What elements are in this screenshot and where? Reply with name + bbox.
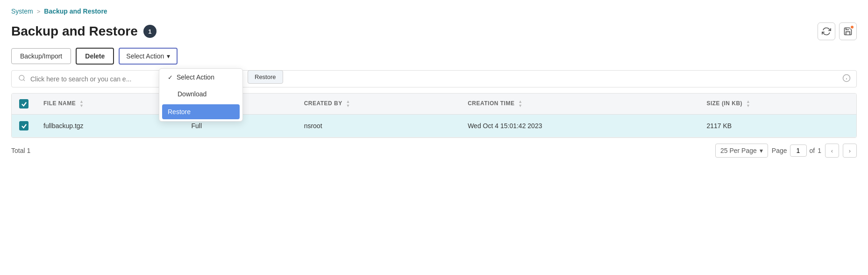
table-row[interactable]: fullbackup.tgz Full nsroot Wed Oct 4 15:… xyxy=(12,115,856,138)
checkmark-icon: ✓ xyxy=(168,74,173,81)
breadcrumb-current: Backup and Restore xyxy=(44,7,107,15)
page-label: Page xyxy=(772,147,787,154)
search-bar xyxy=(11,70,857,87)
page-title: Backup and Restore xyxy=(11,24,138,39)
svg-line-1 xyxy=(23,80,25,81)
header-creation-time[interactable]: CREATION TIME ▲▼ xyxy=(460,94,699,115)
check-icon xyxy=(21,101,27,107)
page-input-row: Page of 1 xyxy=(772,145,821,157)
per-page-select[interactable]: 25 Per Page ▾ xyxy=(715,144,768,158)
dropdown-menu: ✓ Select Action Download Restore xyxy=(159,68,243,122)
breadcrumb: System > Backup and Restore xyxy=(0,0,868,19)
info-icon xyxy=(842,74,851,84)
breadcrumb-parent[interactable]: System xyxy=(11,7,33,15)
table-container: FILE NAME ▲▼ LEVEL ▲▼ CREATED BY ▲▼ CREA… xyxy=(11,93,857,138)
sort-arrows-size: ▲▼ xyxy=(746,100,750,108)
row-checkbox-cell xyxy=(12,115,36,138)
header-size[interactable]: SIZE (IN KB) ▲▼ xyxy=(699,94,856,115)
sort-arrows-filename: ▲▼ xyxy=(79,100,84,108)
header-created-by[interactable]: CREATED BY ▲▼ xyxy=(297,94,461,115)
sort-arrows-creation-time: ▲▼ xyxy=(518,100,522,108)
per-page-chevron: ▾ xyxy=(760,147,763,154)
table-header-row: FILE NAME ▲▼ LEVEL ▲▼ CREATED BY ▲▼ CREA… xyxy=(12,94,856,115)
footer-bar: Total 1 25 Per Page ▾ Page of 1 ‹ › xyxy=(0,138,868,163)
dropdown-item-download[interactable]: Download xyxy=(159,86,242,102)
row-checkbox[interactable] xyxy=(19,121,28,130)
header-checkbox-col xyxy=(12,94,36,115)
row-created-by: nsroot xyxy=(297,115,461,138)
notification-dot xyxy=(850,25,854,29)
per-page-label: 25 Per Page xyxy=(720,147,757,154)
delete-button[interactable]: Delete xyxy=(76,48,114,65)
pagination: 25 Per Page ▾ Page of 1 ‹ › xyxy=(715,144,857,158)
select-action-button[interactable]: Select Action ▾ xyxy=(119,48,178,65)
save-button[interactable] xyxy=(839,22,857,40)
of-number: 1 xyxy=(818,147,821,154)
header-checkbox[interactable] xyxy=(19,99,28,109)
page-title-row: Backup and Restore 1 xyxy=(11,24,157,39)
sort-arrows-created-by: ▲▼ xyxy=(346,100,350,108)
select-action-label: Select Action xyxy=(126,52,164,60)
dropdown-label-restore: Restore xyxy=(168,108,191,116)
svg-point-0 xyxy=(19,75,24,80)
refresh-button[interactable] xyxy=(818,22,835,40)
dropdown-label-download: Download xyxy=(178,90,206,98)
next-page-button[interactable]: › xyxy=(843,144,857,158)
prev-page-button[interactable]: ‹ xyxy=(825,144,839,158)
search-icon xyxy=(18,74,26,83)
toolbar: Backup/Import Delete Select Action ▾ ✓ S… xyxy=(0,48,868,70)
select-action-chevron: ▾ xyxy=(167,52,170,60)
page-badge: 1 xyxy=(143,25,157,38)
backup-table: FILE NAME ▲▼ LEVEL ▲▼ CREATED BY ▲▼ CREA… xyxy=(12,94,856,138)
row-creation-time: Wed Oct 4 15:01:42 2023 xyxy=(460,115,699,138)
row-size: 2117 KB xyxy=(699,115,856,138)
backup-import-button[interactable]: Backup/Import xyxy=(11,48,71,64)
dropdown-item-restore[interactable]: Restore xyxy=(162,104,240,119)
header-actions xyxy=(818,22,857,40)
breadcrumb-separator: > xyxy=(37,8,41,15)
dropdown-label-select-action: Select Action xyxy=(177,73,214,81)
dropdown-item-select-action[interactable]: ✓ Select Action xyxy=(159,69,242,86)
page-number-input[interactable] xyxy=(790,145,807,157)
page-header: Backup and Restore 1 xyxy=(0,19,868,48)
refresh-icon xyxy=(822,27,831,36)
search-input[interactable] xyxy=(30,75,850,83)
restore-tooltip: Restore xyxy=(248,70,283,84)
total-count: Total 1 xyxy=(11,147,30,154)
of-label: of xyxy=(810,147,815,154)
check-icon xyxy=(21,123,27,129)
